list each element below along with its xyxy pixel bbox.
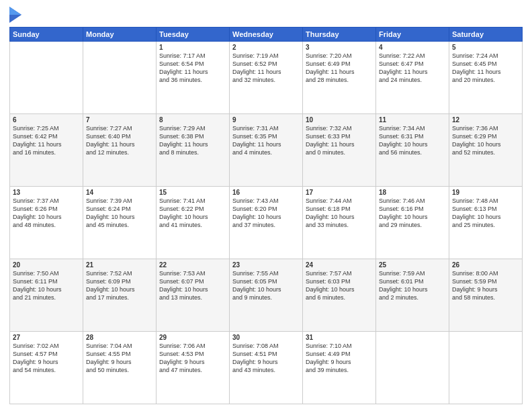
calendar-cell: 10Sunrise: 7:32 AM Sunset: 6:33 PM Dayli… bbox=[303, 114, 376, 187]
day-number: 19 bbox=[452, 189, 519, 196]
calendar-cell: 17Sunrise: 7:44 AM Sunset: 6:18 PM Dayli… bbox=[303, 187, 376, 259]
calendar-cell: 16Sunrise: 7:43 AM Sunset: 6:20 PM Dayli… bbox=[230, 187, 303, 259]
day-number: 7 bbox=[86, 116, 153, 124]
calendar-table: SundayMondayTuesdayWednesdayThursdayFrid… bbox=[9, 27, 523, 404]
day-info: Sunrise: 7:25 AM Sunset: 6:42 PM Dayligh… bbox=[13, 124, 80, 157]
calendar-cell: 21Sunrise: 7:52 AM Sunset: 6:09 PM Dayli… bbox=[83, 259, 157, 332]
day-info: Sunrise: 7:52 AM Sunset: 6:09 PM Dayligh… bbox=[86, 269, 153, 302]
weekday-row: SundayMondayTuesdayWednesdayThursdayFrid… bbox=[10, 28, 523, 42]
calendar-cell: 5Sunrise: 7:24 AM Sunset: 6:45 PM Daylig… bbox=[449, 42, 523, 114]
weekday-header-friday: Friday bbox=[376, 28, 449, 42]
day-info: Sunrise: 7:10 AM Sunset: 4:49 PM Dayligh… bbox=[306, 342, 373, 375]
calendar-cell: 20Sunrise: 7:50 AM Sunset: 6:11 PM Dayli… bbox=[10, 259, 83, 332]
day-info: Sunrise: 7:29 AM Sunset: 6:38 PM Dayligh… bbox=[159, 124, 226, 157]
day-info: Sunrise: 7:50 AM Sunset: 6:11 PM Dayligh… bbox=[13, 269, 80, 302]
day-info: Sunrise: 8:00 AM Sunset: 5:59 PM Dayligh… bbox=[452, 269, 519, 302]
day-number: 2 bbox=[232, 44, 300, 51]
calendar-header: SundayMondayTuesdayWednesdayThursdayFrid… bbox=[10, 28, 523, 42]
calendar-cell: 12Sunrise: 7:36 AM Sunset: 6:29 PM Dayli… bbox=[449, 114, 523, 187]
week-row-4: 20Sunrise: 7:50 AM Sunset: 6:11 PM Dayli… bbox=[10, 259, 523, 332]
weekday-header-tuesday: Tuesday bbox=[157, 28, 230, 42]
day-number: 4 bbox=[379, 44, 446, 51]
day-info: Sunrise: 7:55 AM Sunset: 6:05 PM Dayligh… bbox=[232, 269, 300, 302]
day-info: Sunrise: 7:46 AM Sunset: 6:16 PM Dayligh… bbox=[379, 197, 446, 230]
calendar-cell: 14Sunrise: 7:39 AM Sunset: 6:24 PM Dayli… bbox=[83, 187, 157, 259]
day-number: 23 bbox=[232, 261, 300, 269]
day-number: 6 bbox=[13, 116, 80, 124]
calendar-cell: 7Sunrise: 7:27 AM Sunset: 6:40 PM Daylig… bbox=[83, 114, 157, 187]
calendar-cell: 9Sunrise: 7:31 AM Sunset: 6:35 PM Daylig… bbox=[230, 114, 303, 187]
day-info: Sunrise: 7:59 AM Sunset: 6:01 PM Dayligh… bbox=[379, 269, 446, 302]
week-row-3: 13Sunrise: 7:37 AM Sunset: 6:26 PM Dayli… bbox=[10, 187, 523, 259]
calendar-cell: 31Sunrise: 7:10 AM Sunset: 4:49 PM Dayli… bbox=[303, 332, 376, 404]
day-number: 14 bbox=[86, 189, 153, 196]
day-number: 31 bbox=[306, 334, 373, 341]
calendar-cell: 15Sunrise: 7:41 AM Sunset: 6:22 PM Dayli… bbox=[157, 187, 230, 259]
calendar-cell bbox=[10, 42, 83, 114]
day-info: Sunrise: 7:22 AM Sunset: 6:47 PM Dayligh… bbox=[379, 52, 446, 85]
day-number: 10 bbox=[306, 116, 373, 124]
day-number: 28 bbox=[86, 334, 153, 341]
calendar-cell: 22Sunrise: 7:53 AM Sunset: 6:07 PM Dayli… bbox=[157, 259, 230, 332]
day-number: 29 bbox=[159, 334, 226, 341]
day-info: Sunrise: 7:37 AM Sunset: 6:26 PM Dayligh… bbox=[13, 197, 80, 230]
day-number: 22 bbox=[159, 261, 226, 269]
calendar-cell bbox=[449, 332, 523, 404]
day-number: 16 bbox=[232, 189, 300, 196]
calendar-cell: 23Sunrise: 7:55 AM Sunset: 6:05 PM Dayli… bbox=[230, 259, 303, 332]
day-info: Sunrise: 7:41 AM Sunset: 6:22 PM Dayligh… bbox=[159, 197, 226, 230]
day-info: Sunrise: 7:34 AM Sunset: 6:31 PM Dayligh… bbox=[379, 124, 446, 157]
calendar-cell: 4Sunrise: 7:22 AM Sunset: 6:47 PM Daylig… bbox=[376, 42, 449, 114]
day-number: 24 bbox=[306, 261, 373, 269]
day-number: 18 bbox=[379, 189, 446, 196]
day-info: Sunrise: 7:20 AM Sunset: 6:49 PM Dayligh… bbox=[306, 52, 373, 85]
day-info: Sunrise: 7:31 AM Sunset: 6:35 PM Dayligh… bbox=[232, 124, 300, 157]
week-row-5: 27Sunrise: 7:02 AM Sunset: 4:57 PM Dayli… bbox=[10, 332, 523, 404]
calendar-cell: 30Sunrise: 7:08 AM Sunset: 4:51 PM Dayli… bbox=[230, 332, 303, 404]
day-info: Sunrise: 7:53 AM Sunset: 6:07 PM Dayligh… bbox=[159, 269, 226, 302]
day-number: 5 bbox=[452, 44, 519, 51]
day-number: 21 bbox=[86, 261, 153, 269]
day-number: 11 bbox=[379, 116, 446, 124]
day-info: Sunrise: 7:27 AM Sunset: 6:40 PM Dayligh… bbox=[86, 124, 153, 157]
weekday-header-saturday: Saturday bbox=[449, 28, 523, 42]
week-row-1: 1Sunrise: 7:17 AM Sunset: 6:54 PM Daylig… bbox=[10, 42, 523, 114]
day-number: 9 bbox=[232, 116, 300, 124]
day-number: 25 bbox=[379, 261, 446, 269]
header bbox=[9, 7, 523, 23]
calendar-cell: 8Sunrise: 7:29 AM Sunset: 6:38 PM Daylig… bbox=[157, 114, 230, 187]
calendar-cell: 2Sunrise: 7:19 AM Sunset: 6:52 PM Daylig… bbox=[230, 42, 303, 114]
day-number: 3 bbox=[306, 44, 373, 51]
day-number: 12 bbox=[452, 116, 519, 124]
day-number: 13 bbox=[13, 189, 80, 196]
svg-marker-1 bbox=[9, 7, 21, 15]
day-info: Sunrise: 7:48 AM Sunset: 6:13 PM Dayligh… bbox=[452, 197, 519, 230]
calendar-cell: 25Sunrise: 7:59 AM Sunset: 6:01 PM Dayli… bbox=[376, 259, 449, 332]
weekday-header-sunday: Sunday bbox=[10, 28, 83, 42]
day-number: 15 bbox=[159, 189, 226, 196]
day-number: 17 bbox=[306, 189, 373, 196]
day-number: 20 bbox=[13, 261, 80, 269]
page: SundayMondayTuesdayWednesdayThursdayFrid… bbox=[0, 0, 532, 411]
calendar-cell: 29Sunrise: 7:06 AM Sunset: 4:53 PM Dayli… bbox=[157, 332, 230, 404]
calendar-cell: 11Sunrise: 7:34 AM Sunset: 6:31 PM Dayli… bbox=[376, 114, 449, 187]
week-row-2: 6Sunrise: 7:25 AM Sunset: 6:42 PM Daylig… bbox=[10, 114, 523, 187]
day-info: Sunrise: 7:17 AM Sunset: 6:54 PM Dayligh… bbox=[159, 52, 226, 85]
weekday-header-monday: Monday bbox=[83, 28, 157, 42]
calendar-cell: 26Sunrise: 8:00 AM Sunset: 5:59 PM Dayli… bbox=[449, 259, 523, 332]
day-number: 26 bbox=[452, 261, 519, 269]
calendar-body: 1Sunrise: 7:17 AM Sunset: 6:54 PM Daylig… bbox=[10, 42, 523, 404]
day-number: 1 bbox=[159, 44, 226, 51]
day-info: Sunrise: 7:04 AM Sunset: 4:55 PM Dayligh… bbox=[86, 342, 153, 375]
calendar-cell bbox=[83, 42, 157, 114]
day-info: Sunrise: 7:08 AM Sunset: 4:51 PM Dayligh… bbox=[232, 342, 300, 375]
calendar-cell: 24Sunrise: 7:57 AM Sunset: 6:03 PM Dayli… bbox=[303, 259, 376, 332]
calendar-cell: 3Sunrise: 7:20 AM Sunset: 6:49 PM Daylig… bbox=[303, 42, 376, 114]
day-info: Sunrise: 7:32 AM Sunset: 6:33 PM Dayligh… bbox=[306, 124, 373, 157]
day-info: Sunrise: 7:43 AM Sunset: 6:20 PM Dayligh… bbox=[232, 197, 300, 230]
day-number: 8 bbox=[159, 116, 226, 124]
calendar-cell: 18Sunrise: 7:46 AM Sunset: 6:16 PM Dayli… bbox=[376, 187, 449, 259]
calendar-cell: 28Sunrise: 7:04 AM Sunset: 4:55 PM Dayli… bbox=[83, 332, 157, 404]
day-info: Sunrise: 7:44 AM Sunset: 6:18 PM Dayligh… bbox=[306, 197, 373, 230]
day-number: 27 bbox=[13, 334, 80, 341]
